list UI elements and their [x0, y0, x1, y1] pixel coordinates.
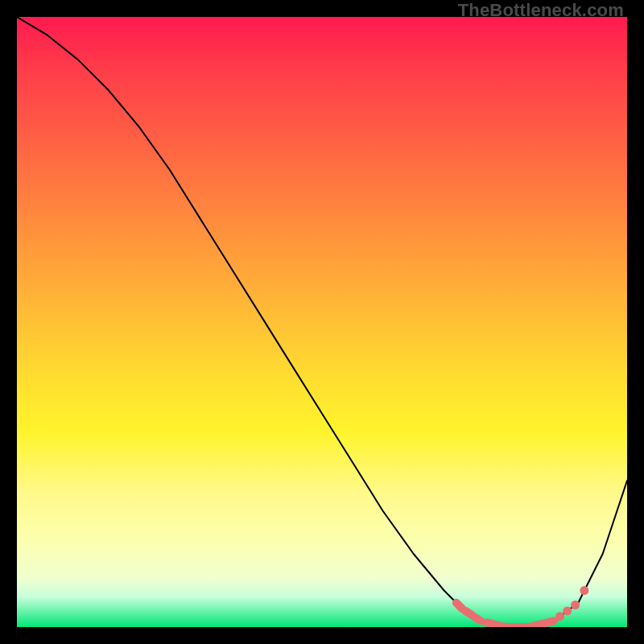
optimal-marker-dot: [555, 612, 564, 621]
optimal-marker: [475, 617, 481, 621]
chart-plot-area: [17, 17, 627, 627]
chart-svg: [17, 17, 627, 627]
optimal-flat-segment: [487, 621, 554, 627]
optimal-marker-dot: [563, 606, 572, 615]
bottleneck-curve: [17, 17, 627, 627]
optimal-marker: [465, 611, 472, 615]
optimal-marker: [456, 603, 463, 609]
optimal-marker-dot: [580, 586, 588, 595]
optimal-marker-dot: [571, 601, 580, 609]
watermark-text: TheBottleneck.com: [458, 0, 624, 21]
optimal-range-markers: [456, 586, 589, 627]
